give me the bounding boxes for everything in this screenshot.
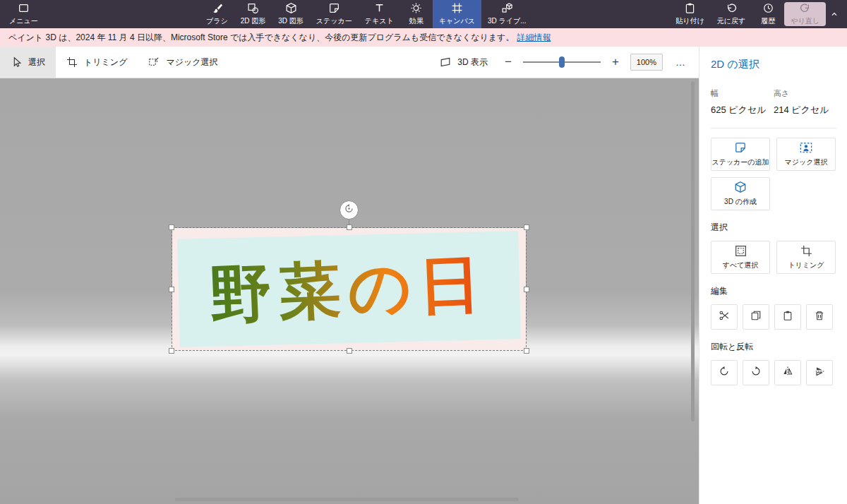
panel-divider bbox=[711, 128, 836, 128]
banner-learn-more-link[interactable]: 詳細情報 bbox=[517, 32, 551, 44]
width-value: 625 ピクセル bbox=[711, 104, 774, 116]
flip-vertical-button[interactable] bbox=[806, 360, 833, 385]
tool-canvas[interactable]: キャンバス bbox=[433, 0, 481, 28]
collapse-ribbon-button[interactable] bbox=[824, 0, 844, 28]
paste-panel-button[interactable] bbox=[774, 304, 801, 330]
3d-view-label: 3D 表示 bbox=[457, 56, 488, 68]
tool-3d-library[interactable]: 3D ライブ... bbox=[481, 0, 533, 28]
resize-handle-bottom-middle[interactable] bbox=[347, 348, 352, 354]
crop-icon bbox=[66, 56, 78, 68]
menu-button[interactable]: メニュー bbox=[3, 0, 44, 28]
tool-3d-shapes[interactable]: 3D 図形 bbox=[272, 0, 310, 28]
tool-label: 3D ライブ... bbox=[488, 16, 527, 26]
tool-brush[interactable]: ブラシ bbox=[200, 0, 234, 28]
add-sticker-button[interactable]: ステッカーの追加 bbox=[711, 138, 770, 171]
action-label: 貼り付け bbox=[675, 16, 704, 26]
cube-3d-icon bbox=[734, 181, 747, 195]
3d-view-button[interactable]: 3D 表示 bbox=[434, 56, 493, 68]
tool-label: キャンバス bbox=[439, 16, 475, 26]
history-clock-icon bbox=[762, 2, 774, 14]
vertical-scrollbar-thumb[interactable] bbox=[691, 81, 695, 421]
canvas-icon bbox=[451, 2, 463, 14]
tool-stickers[interactable]: ステッカー bbox=[310, 0, 359, 28]
redo-button[interactable]: やり直し bbox=[784, 2, 826, 26]
width-label: 幅 bbox=[711, 88, 774, 99]
sticker-object[interactable]: 野菜の日 bbox=[172, 228, 526, 350]
magic-select-panel-button[interactable]: マジック選択 bbox=[776, 138, 836, 171]
paste-button[interactable]: 貼り付け bbox=[669, 0, 710, 28]
panel-title: 2D の選択 bbox=[711, 58, 836, 71]
rotation-handle[interactable] bbox=[340, 200, 359, 220]
deprecation-banner: ペイント 3D は、2024 年 11 月 4 日以降、Microsoft St… bbox=[0, 28, 847, 47]
rotate-cw-icon bbox=[750, 366, 762, 380]
make-3d-button[interactable]: 3D の作成 bbox=[711, 177, 770, 210]
sticker-icon bbox=[328, 2, 340, 14]
height-label: 高さ bbox=[774, 88, 836, 99]
make-3d-label: 3D の作成 bbox=[724, 197, 757, 207]
tool-2d-shapes[interactable]: 2D 図形 bbox=[234, 0, 272, 28]
clipboard-icon bbox=[782, 310, 793, 324]
zoom-in-button[interactable]: + bbox=[609, 55, 622, 69]
magic-select-panel-label: マジック選択 bbox=[785, 157, 828, 167]
resize-handle-top-right[interactable] bbox=[524, 224, 529, 230]
canvas-workspace[interactable]: 野菜の日 bbox=[0, 78, 699, 504]
tool-label: ステッカー bbox=[316, 16, 352, 26]
rotate-icon bbox=[343, 203, 355, 217]
paint3d-window: メニュー ブラシ 2D 図形 3D 図形 bbox=[0, 0, 847, 504]
resize-handle-top-left[interactable] bbox=[169, 224, 174, 230]
copy-icon bbox=[750, 310, 762, 324]
crop-panel-button[interactable]: トリミング bbox=[776, 241, 836, 274]
undo-button[interactable]: 元に戻す bbox=[711, 0, 752, 28]
zoom-out-button[interactable]: − bbox=[502, 55, 515, 69]
magic-select-tool-button[interactable]: マジック選択 bbox=[138, 47, 228, 78]
selection-section-label: 選択 bbox=[711, 222, 836, 234]
select-all-button[interactable]: すべて選択 bbox=[711, 241, 770, 274]
magic-select-tool-label: マジック選択 bbox=[166, 56, 217, 68]
more-options-button[interactable]: … bbox=[671, 56, 690, 68]
cursor-pointer-icon bbox=[11, 56, 22, 68]
selection-toolbar: 選択 トリミング マジック選択 bbox=[0, 47, 699, 78]
shape-3d-icon bbox=[285, 2, 297, 14]
edit-section-label: 編集 bbox=[711, 285, 836, 297]
resize-handle-top-middle[interactable] bbox=[347, 224, 352, 230]
history-button[interactable]: 履歴 bbox=[752, 0, 784, 28]
rotate-right-button[interactable] bbox=[743, 360, 769, 385]
select-all-icon bbox=[735, 245, 747, 258]
flip-vertical-icon bbox=[814, 366, 825, 380]
rotate-flip-section-label: 回転と反転 bbox=[711, 341, 836, 353]
resize-handle-bottom-right[interactable] bbox=[524, 348, 529, 354]
resize-handle-bottom-left[interactable] bbox=[169, 348, 174, 354]
resize-handle-middle-left[interactable] bbox=[169, 287, 174, 292]
crop-tool-button[interactable]: トリミング bbox=[56, 47, 138, 78]
select-tool-button[interactable]: 選択 bbox=[0, 47, 56, 78]
trash-icon bbox=[814, 310, 825, 324]
action-label: 元に戻す bbox=[717, 16, 745, 26]
tool-label: 2D 図形 bbox=[241, 16, 266, 26]
action-label: やり直し bbox=[791, 16, 819, 26]
tool-group: ブラシ 2D 図形 3D 図形 ステッカー bbox=[200, 0, 532, 28]
zoom-slider[interactable] bbox=[523, 55, 601, 69]
zoom-level-value[interactable]: 100% bbox=[630, 54, 663, 71]
horizontal-scrollbar-thumb[interactable] bbox=[175, 498, 519, 501]
shape-2d-icon bbox=[247, 2, 259, 14]
3d-library-icon bbox=[501, 2, 513, 14]
select-tool-label: 選択 bbox=[28, 56, 45, 68]
height-value: 214 ピクセル bbox=[774, 104, 836, 116]
tool-text[interactable]: テキスト bbox=[359, 0, 400, 28]
copy-button[interactable] bbox=[743, 304, 769, 330]
dimensions: 幅 625 ピクセル 高さ 214 ピクセル bbox=[711, 88, 836, 116]
add-sticker-icon bbox=[734, 141, 747, 155]
banner-message: ペイント 3D は、2024 年 11 月 4 日以降、Microsoft St… bbox=[8, 32, 514, 44]
selection-box[interactable]: 野菜の日 bbox=[172, 227, 527, 351]
rotate-left-button[interactable] bbox=[711, 360, 738, 385]
rotate-ccw-icon bbox=[719, 366, 730, 380]
tool-effects[interactable]: 効果 bbox=[400, 0, 433, 28]
resize-handle-middle-right[interactable] bbox=[524, 287, 529, 292]
editor-column: 選択 トリミング マジック選択 bbox=[0, 47, 699, 504]
zoom-slider-thumb[interactable] bbox=[559, 56, 565, 68]
redo-icon bbox=[799, 2, 811, 14]
flip-horizontal-button[interactable] bbox=[774, 360, 801, 385]
delete-button[interactable] bbox=[806, 304, 833, 330]
brush-icon bbox=[211, 2, 223, 14]
cut-button[interactable] bbox=[711, 304, 738, 330]
